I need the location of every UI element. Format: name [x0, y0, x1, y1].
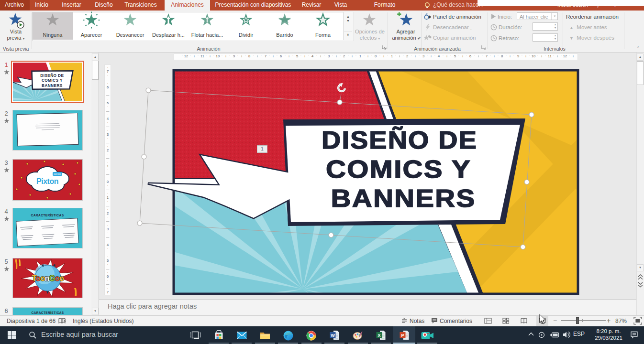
svg-text:ToonGoo: ToonGoo	[32, 274, 64, 282]
svg-text:X: X	[378, 333, 380, 338]
svg-text:COMICS Y: COMICS Y	[42, 79, 63, 83]
svg-text:comics: comics	[54, 172, 61, 175]
svg-text:W: W	[331, 333, 335, 338]
svg-text:P: P	[401, 333, 404, 338]
svg-text:▾: ▾	[419, 36, 421, 40]
svg-text:BANNERS: BANNERS	[42, 84, 63, 88]
svg-text:CARACTERÍSTICAS: CARACTERÍSTICAS	[31, 213, 64, 217]
svg-text:DISEÑO DE: DISEÑO DE	[40, 73, 64, 78]
svg-text:Pixton: Pixton	[36, 177, 58, 185]
